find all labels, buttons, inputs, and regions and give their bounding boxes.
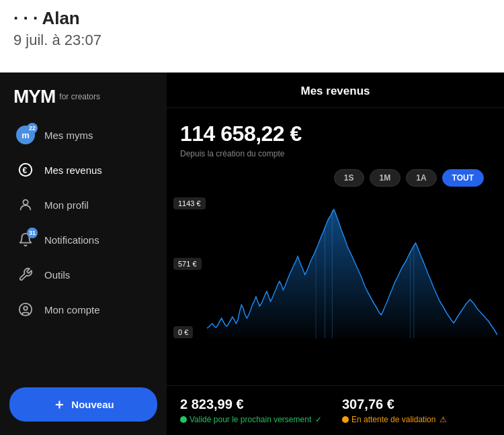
sidebar: MYM for creators m 22 Mes myms €: [0, 72, 167, 435]
chart-label-top: 1143 €: [173, 197, 206, 209]
myms-badge: 22: [27, 123, 38, 134]
tools-icon: [16, 265, 35, 284]
revenue-section: 114 658,22 € Depuis la création du compt…: [167, 108, 504, 197]
chart-svg-wrapper: [207, 197, 497, 345]
new-button-container: ＋ Nouveau: [9, 387, 157, 422]
logo-mym: MYM: [13, 86, 55, 107]
sidebar-item-mes-myms[interactable]: m 22 Mes myms: [7, 118, 160, 152]
svg-text:€: €: [22, 166, 27, 175]
main-content: Mes revenus 114 658,22 € Depuis la créat…: [167, 72, 504, 435]
stat-pending-amount: 307,76 €: [342, 397, 491, 412]
top-header: · · · Alan 9 juil. à 23:07: [0, 0, 504, 72]
sidebar-item-label-mes-revenus: Mes revenus: [44, 164, 102, 176]
sidebar-item-outils[interactable]: Outils: [7, 258, 160, 291]
sidebar-item-label-notifications: Notifications: [44, 234, 99, 246]
svg-point-4: [24, 306, 28, 310]
filter-tout[interactable]: TOUT: [442, 169, 484, 187]
new-button[interactable]: ＋ Nouveau: [9, 387, 157, 422]
bell-icon: 31: [16, 230, 35, 249]
orange-dot: [342, 416, 349, 423]
filter-1m[interactable]: 1M: [370, 169, 401, 187]
stat-validated: 2 823,99 € Validé pour le prochain verse…: [180, 397, 329, 424]
time-filters: 1S 1M 1A TOUT: [180, 169, 491, 187]
check-icon: ✓: [315, 415, 322, 424]
chart-label-mid: 571 €: [173, 258, 202, 270]
stat-pending-label: En attente de validation ⚠: [342, 415, 491, 424]
revenue-amount: 114 658,22 €: [180, 122, 491, 146]
stat-pending: 307,76 € En attente de validation ⚠: [342, 397, 491, 424]
filter-1a[interactable]: 1A: [406, 169, 436, 187]
sidebar-item-label-mon-profil: Mon profil: [44, 199, 89, 211]
user-icon: [16, 195, 35, 214]
revenue-subtitle: Depuis la création du compte: [180, 149, 491, 158]
header-title: · · · Alan: [13, 8, 491, 29]
main-area: MYM for creators m 22 Mes myms €: [0, 72, 504, 435]
filter-1s[interactable]: 1S: [334, 169, 364, 187]
sidebar-item-mes-revenus[interactable]: € Mes revenus: [7, 153, 160, 187]
sidebar-item-notifications[interactable]: 31 Notifications: [7, 223, 160, 256]
sidebar-item-label-outils: Outils: [44, 269, 70, 281]
account-icon: [16, 300, 35, 319]
mes-myms-icon: m 22: [16, 126, 35, 144]
stat-validated-label: Validé pour le prochain versement ✓: [180, 415, 329, 424]
header-subtitle: 9 juil. à 23:07: [13, 32, 491, 49]
euro-icon: €: [16, 160, 35, 179]
sidebar-logo: MYM for creators: [0, 72, 167, 118]
plus-icon: ＋: [52, 395, 66, 414]
sidebar-item-label-mes-myms: Mes myms: [44, 130, 93, 141]
green-dot: [180, 416, 187, 423]
sidebar-nav: m 22 Mes myms € Mes revenus: [0, 118, 167, 381]
stat-validated-amount: 2 823,99 €: [180, 397, 329, 412]
warning-icon: ⚠: [439, 415, 447, 424]
content-title: Mes revenus: [167, 72, 504, 108]
notif-badge: 31: [27, 228, 38, 238]
sidebar-item-mon-profil[interactable]: Mon profil: [7, 188, 160, 222]
svg-point-2: [23, 200, 28, 205]
new-button-label: Nouveau: [71, 399, 114, 410]
bottom-stats: 2 823,99 € Validé pour le prochain verse…: [167, 385, 504, 435]
chart-label-bottom: 0 €: [173, 326, 193, 338]
revenue-chart: 1143 € 571 € 0 €: [173, 197, 497, 345]
sidebar-item-label-mon-compte: Mon compte: [44, 304, 100, 316]
logo-tagline: for creators: [59, 92, 100, 101]
sidebar-item-mon-compte[interactable]: Mon compte: [7, 293, 160, 326]
